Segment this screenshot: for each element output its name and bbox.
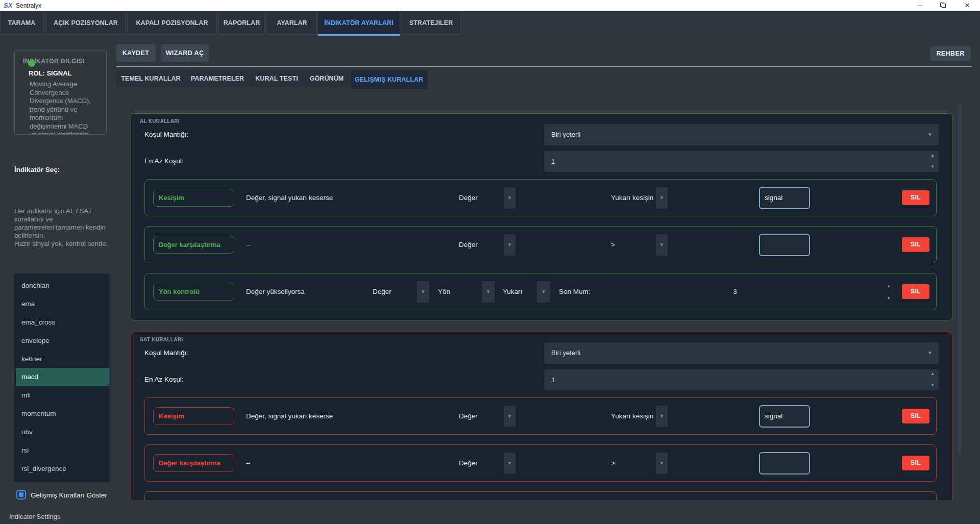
rule-value-input[interactable] xyxy=(759,452,810,475)
spin-down-icon[interactable]: ▼ xyxy=(928,383,937,387)
buy-rule-row-2: Değer karşılaştırma – Değer ▼ > ▼ SIL xyxy=(144,226,937,263)
delete-rule-button[interactable]: SIL xyxy=(902,237,929,252)
status-bar-text: Indicator Settings xyxy=(9,512,60,521)
rule-value-input[interactable]: signal xyxy=(759,405,810,428)
count-spin-up-icon[interactable]: ▲ xyxy=(885,284,893,288)
rule-combo2-value: > xyxy=(611,227,615,263)
buy-rules-panel: AL KURALLARI Koşul Mantığı: Biri yeterli… xyxy=(131,113,952,320)
rule-combo1-dropdown[interactable]: ▼ xyxy=(504,406,516,427)
delete-rule-button[interactable]: SIL xyxy=(902,284,929,299)
delete-rule-button[interactable]: SIL xyxy=(902,190,929,205)
sell-rules-panel: SAT KURALLARI Koşul Mantığı: Biri yeterl… xyxy=(131,332,952,500)
sell-min-label: En Az Koşul: xyxy=(144,375,184,385)
sell-logic-label: Koşul Mantığı: xyxy=(144,348,188,358)
delete-rule-button[interactable]: SIL xyxy=(902,456,929,470)
rule-count-label: Son Mum: xyxy=(559,273,591,310)
sell-min-spinbox[interactable]: 1▲▼ xyxy=(544,369,939,390)
chevron-down-icon: ▼ xyxy=(927,342,933,364)
spin-down-icon[interactable]: ▼ xyxy=(928,164,937,169)
buy-rule-row-3: Yön kontrolü Değer yükseliyorsa Değer ▼ … xyxy=(144,273,937,310)
rule-combo3-dropdown[interactable]: ▼ xyxy=(537,281,550,303)
sell-panel-title: SAT KURALLARI xyxy=(140,337,183,342)
rule-combo1-value: Değer xyxy=(459,180,478,216)
spin-up-icon[interactable]: ▲ xyxy=(928,153,937,158)
sell-rule-row-3-partial xyxy=(144,491,937,500)
rule-type-button[interactable]: Değer karşılaştırma xyxy=(153,236,234,254)
buy-panel-title: AL KURALLARI xyxy=(140,118,180,124)
rule-combo1-value: Değer xyxy=(459,227,478,263)
buy-logic-value: Biri yeterli xyxy=(551,131,580,138)
rule-combo1-dropdown[interactable]: ▼ xyxy=(504,187,516,209)
spin-up-icon[interactable]: ▲ xyxy=(928,371,937,376)
rule-type-button[interactable]: Kesişim xyxy=(153,407,234,425)
rule-count-value: 3 xyxy=(587,273,883,310)
rule-type-button[interactable]: Yön kontrolü xyxy=(153,283,234,301)
rule-combo1-dropdown[interactable]: ▼ xyxy=(417,281,429,303)
rule-description: – xyxy=(246,227,250,263)
main-scrollbar-thumb[interactable] xyxy=(958,105,962,454)
rule-combo2-dropdown[interactable]: ▼ xyxy=(482,281,495,303)
rule-type-button[interactable]: Kesişim xyxy=(153,189,234,207)
rule-description: Değer yükseliyorsa xyxy=(246,273,305,310)
rule-combo2-value: Yön xyxy=(438,273,450,310)
rule-value-input[interactable]: signal xyxy=(759,187,810,209)
count-spin-down-icon[interactable]: ▼ xyxy=(885,296,893,301)
buy-rule-row-1: Kesişim Değer, signal yukarı keserse Değ… xyxy=(144,179,937,216)
buy-min-value: 1 xyxy=(551,158,555,165)
rule-combo2-dropdown[interactable]: ▼ xyxy=(656,406,668,427)
buy-min-spinbox[interactable]: 1▲▼ xyxy=(544,151,939,172)
sell-rule-row-2: Değer karşılaştırma – Değer ▼ > ▼ SIL xyxy=(144,444,937,482)
chevron-down-icon: ▼ xyxy=(927,124,933,145)
rule-combo1-dropdown[interactable]: ▼ xyxy=(504,234,516,256)
rule-description: Değer, signal yukarı keserse xyxy=(246,398,333,434)
rule-combo1-dropdown[interactable]: ▼ xyxy=(504,453,516,474)
buy-logic-label: Koşul Mantığı: xyxy=(144,130,188,140)
rule-combo2-value: Yukarı kesişin xyxy=(611,398,653,434)
rule-combo2-value: > xyxy=(611,445,615,481)
rule-combo2-dropdown[interactable]: ▼ xyxy=(656,453,668,474)
buy-min-label: En Az Koşul: xyxy=(144,156,184,166)
rule-type-button[interactable]: Değer karşılaştırma xyxy=(153,454,234,472)
rule-combo1-value: Değer xyxy=(459,445,478,481)
rules-scroll-area: AL KURALLARI Koşul Mantığı: Biri yeterli… xyxy=(0,0,980,500)
sell-logic-value: Biri yeterli xyxy=(551,349,580,357)
rule-value-input[interactable] xyxy=(759,234,810,256)
delete-rule-button[interactable]: SIL xyxy=(902,409,929,423)
rule-combo1-value: Değer xyxy=(373,273,391,310)
rule-combo2-dropdown[interactable]: ▼ xyxy=(656,234,668,256)
buy-logic-select[interactable]: Biri yeterli▼ xyxy=(544,124,939,145)
sell-rule-row-1: Kesişim Değer, signal yukarı keserse Değ… xyxy=(144,397,937,435)
rule-combo2-value: Yukarı kesişin xyxy=(611,180,653,216)
rule-combo3-value: Yukarı xyxy=(503,273,522,310)
rule-combo2-dropdown[interactable]: ▼ xyxy=(656,187,668,209)
rule-description: Değer, signal yukarı keserse xyxy=(246,180,333,216)
rule-combo1-value: Değer xyxy=(459,398,478,434)
rule-description: – xyxy=(246,445,250,481)
sell-min-value: 1 xyxy=(551,376,555,384)
sell-logic-select[interactable]: Biri yeterli▼ xyxy=(544,342,939,364)
